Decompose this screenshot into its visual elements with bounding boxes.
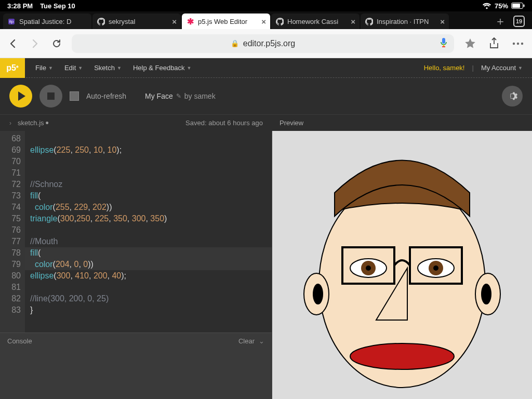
menu-edit[interactable]: Edit▼ — [64, 64, 83, 72]
svg-point-21 — [433, 265, 438, 271]
more-icon[interactable] — [510, 42, 526, 46]
tab-close-icon[interactable]: × — [172, 17, 177, 26]
chevron-down-icon[interactable]: ⌄ — [259, 337, 264, 345]
tab-close-icon[interactable]: × — [261, 17, 266, 26]
svg-point-12 — [313, 284, 323, 304]
url-box[interactable]: 🔒 editor.p5js.org — [72, 34, 454, 53]
console-label: Console — [7, 337, 32, 345]
svg-point-13 — [481, 284, 491, 304]
tab-inspiration[interactable]: Inspiration · ITPN × — [361, 14, 449, 29]
svg-point-20 — [366, 265, 371, 271]
mic-icon[interactable] — [440, 37, 448, 50]
tab-spatial-justice[interactable]: itp Spatial Justice: D — [3, 14, 91, 29]
menu-edit-label: Edit — [64, 64, 76, 72]
p5-logo[interactable]: p5* — [0, 58, 25, 78]
status-date: Tue Sep 10 — [40, 2, 75, 10]
tab-sekrystal[interactable]: sekrystal × — [92, 14, 181, 29]
sketch-preview-canvas — [277, 138, 527, 398]
url-text: editor.p5js.org — [243, 39, 296, 48]
chevron-down-icon: ▼ — [48, 65, 53, 71]
greeting-text: Hello, samek! — [424, 64, 465, 72]
tab-title: p5.js Web Editor — [198, 18, 258, 25]
tab-close-icon[interactable]: × — [440, 17, 445, 26]
favicon-itp: itp — [7, 17, 16, 25]
new-tab-button[interactable]: ＋ — [495, 14, 506, 29]
reload-button[interactable] — [50, 37, 63, 50]
svg-rect-3 — [442, 38, 445, 44]
tab-title: Spatial Justice: D — [19, 18, 87, 25]
divider: | — [472, 64, 473, 72]
settings-gear-button[interactable] — [502, 86, 523, 107]
code-panel: 68697071727374757677787980818283 ellipse… — [0, 131, 272, 399]
tab-title: sekrystal — [109, 18, 168, 25]
ipad-status-bar: 3:28 PM Tue Sep 10 75% — [0, 0, 532, 11]
favicon-github — [97, 17, 105, 25]
chevron-down-icon: ▼ — [518, 65, 523, 71]
tab-p5-editor[interactable]: ✱ p5.js Web Editor × — [182, 14, 270, 29]
preview-label: Preview — [272, 119, 303, 127]
menu-help-label: Help & Feedback — [133, 64, 185, 72]
menu-file-label: File — [35, 64, 46, 72]
favicon-p5: ✱ — [186, 17, 194, 25]
lock-icon: 🔒 — [231, 39, 239, 47]
browser-tab-strip: itp Spatial Justice: D sekrystal × ✱ p5.… — [0, 11, 532, 29]
svg-point-7 — [517, 42, 519, 44]
favicon-github — [275, 17, 284, 25]
chevron-down-icon: ▼ — [78, 65, 83, 71]
code-body[interactable]: ellipse(225, 250, 10, 10); //Schnozfill(… — [25, 131, 272, 332]
browser-address-bar: 🔒 editor.p5js.org — [0, 29, 532, 58]
favicon-github — [365, 17, 373, 25]
svg-point-6 — [513, 42, 515, 44]
menu-help[interactable]: Help & Feedback▼ — [133, 64, 192, 72]
pencil-icon[interactable]: ✎ — [176, 92, 181, 100]
svg-point-8 — [521, 42, 523, 44]
menu-file[interactable]: File▼ — [35, 64, 53, 72]
sidebar-toggle-chevron[interactable]: › — [0, 119, 18, 127]
wifi-icon — [482, 3, 491, 9]
console-header: Console Clear ⌄ — [0, 332, 272, 349]
battery-pct: 75% — [495, 2, 508, 10]
chevron-down-icon: ▼ — [187, 65, 192, 71]
status-time: 3:28 PM — [7, 2, 33, 10]
share-icon[interactable] — [486, 37, 502, 50]
play-button[interactable] — [9, 85, 32, 108]
saved-status: Saved: about 6 hours ago — [185, 119, 263, 127]
main-split: 68697071727374757677787980818283 ellipse… — [0, 131, 532, 399]
chevron-down-icon: ▼ — [117, 65, 122, 71]
tab-close-icon[interactable]: × — [351, 17, 355, 26]
auto-refresh-checkbox[interactable] — [70, 91, 79, 101]
preview-panel — [272, 131, 532, 399]
console-body[interactable] — [0, 349, 272, 399]
auto-refresh-label: Auto-refresh — [86, 92, 126, 100]
p5-menu-bar: p5* File▼ Edit▼ Sketch▼ Help & Feedback▼… — [0, 58, 532, 78]
battery-icon — [511, 3, 525, 9]
svg-rect-2 — [524, 5, 525, 7]
forward-button[interactable] — [28, 37, 42, 50]
code-editor[interactable]: 68697071727374757677787980818283 ellipse… — [0, 131, 272, 332]
tab-title: Inspiration · ITPN — [377, 18, 436, 25]
unsaved-dot-icon: • — [46, 121, 49, 125]
file-header: › sketch.js • Saved: about 6 hours ago P… — [0, 114, 532, 131]
bookmark-star-icon[interactable] — [462, 37, 478, 50]
svg-rect-1 — [512, 4, 520, 8]
editor-toolbar: Auto-refresh My Face ✎ by samek — [0, 78, 532, 114]
console-clear-button[interactable]: Clear — [238, 337, 255, 345]
back-button[interactable] — [6, 37, 20, 50]
stop-button[interactable] — [39, 85, 62, 108]
tab-count-button[interactable]: 19 — [513, 16, 525, 27]
menu-my-account[interactable]: My Account▼ — [481, 64, 523, 72]
line-gutter: 68697071727374757677787980818283 — [0, 131, 25, 332]
gear-icon — [507, 91, 517, 101]
menu-sketch-label: Sketch — [94, 64, 115, 72]
tab-title: Homework Cassi — [287, 18, 347, 25]
file-tab-name[interactable]: sketch.js — [18, 119, 44, 127]
menu-sketch[interactable]: Sketch▼ — [94, 64, 122, 72]
sketch-title[interactable]: My Face — [145, 92, 173, 100]
tab-homework[interactable]: Homework Cassi × — [271, 14, 360, 29]
menu-my-account-label: My Account — [481, 64, 516, 72]
by-author: by samek — [184, 92, 216, 100]
svg-point-22 — [350, 343, 454, 369]
